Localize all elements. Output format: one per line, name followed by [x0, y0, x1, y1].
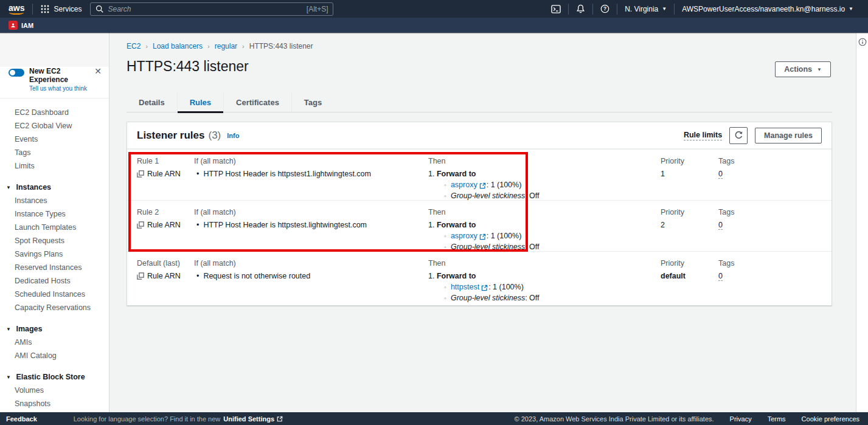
global-search[interactable]: [Alt+S] — [90, 2, 333, 16]
tell-us-link[interactable]: Tell us what you think — [29, 85, 92, 92]
column-priority: Priority — [661, 259, 718, 268]
sidebar-item-limits[interactable]: Limits — [0, 159, 109, 173]
tab-rules[interactable]: Rules — [178, 92, 224, 112]
help-icon: ? — [600, 4, 609, 13]
actions-button[interactable]: Actions ▼ — [775, 61, 831, 77]
sidebar-section-instances[interactable]: ▼ Instances — [0, 181, 109, 194]
search-input[interactable] — [108, 5, 302, 13]
copy-rule-arn[interactable]: Rule ARN — [137, 170, 194, 178]
close-icon[interactable]: ✕ — [92, 67, 104, 75]
sidebar-item-reserved-instances[interactable]: Reserved Instances — [0, 261, 109, 274]
rule-name: Rule 1 — [137, 157, 194, 165]
rule-tags-count[interactable]: 0 — [718, 170, 723, 179]
services-label: Services — [54, 5, 82, 13]
sidebar-item-tags[interactable]: Tags — [0, 146, 109, 159]
privacy-link[interactable]: Privacy — [730, 415, 752, 423]
iam-label: IAM — [21, 22, 33, 29]
target-group-line: ◦ asproxy : 1 (100%) — [444, 232, 661, 240]
sidebar-item-spot-requests[interactable]: Spot Requests — [0, 234, 109, 247]
cookie-preferences-link[interactable]: Cookie preferences — [802, 415, 859, 423]
target-group-link[interactable]: asproxy — [451, 181, 477, 189]
rule-limits-link[interactable]: Rule limits — [684, 131, 722, 140]
tab-details[interactable]: Details — [127, 92, 178, 112]
copy-icon — [137, 221, 144, 229]
breadcrumb-load-balancers[interactable]: Load balancers — [153, 42, 203, 50]
column-if: If (all match) — [194, 208, 428, 216]
feedback-link[interactable]: Feedback — [6, 415, 37, 423]
breadcrumb: EC2 › Load balancers › regular › HTTPS:4… — [127, 42, 313, 50]
sidebar-item-ami-catalog[interactable]: AMI Catalog — [0, 349, 109, 362]
sidebar-item-dedicated-hosts[interactable]: Dedicated Hosts — [0, 274, 109, 288]
account-menu[interactable]: AWSPowerUserAccess/navaneeth.kn@harness.… — [675, 5, 861, 13]
sidebar-item-launch-templates[interactable]: Launch Templates — [0, 221, 109, 234]
manage-rules-button[interactable]: Manage rules — [755, 128, 822, 143]
stickiness-line: ◦Group-level stickiness: Off — [444, 294, 661, 302]
services-menu[interactable]: Services — [41, 5, 82, 13]
main-content: EC2 › Load balancers › regular › HTTPS:4… — [109, 33, 856, 412]
sidebar-item-instances[interactable]: Instances — [0, 194, 109, 207]
breadcrumb-separator: › — [242, 43, 245, 50]
help-panel-strip — [856, 33, 868, 412]
caret-down-icon: ▼ — [6, 375, 11, 380]
rule-condition: •HTTP Host Header is httpstest1.lightwin… — [194, 170, 428, 178]
column-if: If (all match) — [194, 157, 428, 165]
new-ec2-experience: New EC2 Experience Tell us what you thin… — [0, 67, 109, 98]
panel-count: (3) — [209, 130, 221, 142]
copy-rule-arn[interactable]: Rule ARN — [137, 221, 194, 229]
sidebar-item-capacity-reservations[interactable]: Capacity Reservations — [0, 301, 109, 314]
column-tags: Tags — [718, 208, 832, 216]
sidebar-top-spacer — [0, 33, 109, 67]
sidebar-item-events[interactable]: Events — [0, 133, 109, 146]
bell-icon — [576, 4, 585, 13]
external-link-icon — [277, 416, 283, 422]
rule-row-default: Default (last) Rule ARN If (all match) •… — [127, 251, 832, 302]
new-experience-toggle[interactable] — [9, 69, 24, 77]
unified-settings-link[interactable]: Unified Settings — [223, 415, 283, 423]
sidebar-item-ec2-dashboard[interactable]: EC2 Dashboard — [0, 106, 109, 119]
rule-action: 1. Forward to — [428, 170, 661, 178]
tab-bar: Details Rules Certificates Tags — [127, 92, 832, 112]
tab-certificates[interactable]: Certificates — [224, 92, 292, 112]
favorite-iam[interactable]: IAM — [9, 21, 33, 30]
breadcrumb-separator: › — [207, 43, 210, 50]
favorites-bar: IAM — [0, 18, 868, 33]
sidebar-item-volumes[interactable]: Volumes — [0, 384, 109, 397]
breadcrumb-regular[interactable]: regular — [215, 42, 237, 50]
tab-tags[interactable]: Tags — [292, 92, 334, 112]
copy-rule-arn[interactable]: Rule ARN — [137, 272, 194, 280]
sidebar-item-scheduled-instances[interactable]: Scheduled Instances — [0, 288, 109, 301]
sidebar-section-ebs[interactable]: ▼ Elastic Block Store — [0, 370, 109, 384]
help-button[interactable]: ? — [593, 4, 617, 13]
refresh-button[interactable] — [729, 127, 748, 144]
notifications-button[interactable] — [569, 4, 592, 13]
breadcrumb-current: HTTPS:443 listener — [249, 42, 313, 50]
target-group-line: ◦ asproxy : 1 (100%) — [444, 181, 661, 189]
aws-logo[interactable]: aws — [9, 3, 24, 15]
column-tags: Tags — [718, 157, 832, 165]
column-then: Then — [428, 157, 661, 165]
target-group-link[interactable]: httpstest — [451, 283, 479, 291]
rule-tags-count[interactable]: 0 — [718, 272, 723, 281]
cloudshell-button[interactable] — [544, 5, 568, 13]
info-link[interactable]: Info — [227, 132, 239, 139]
external-link-icon — [479, 182, 486, 189]
breadcrumb-ec2[interactable]: EC2 — [127, 42, 141, 50]
divider — [32, 4, 33, 15]
column-priority: Priority — [661, 157, 718, 165]
sidebar-section-images[interactable]: ▼ Images — [0, 322, 109, 336]
footer: Feedback Looking for language selection?… — [0, 412, 868, 425]
rule-tags-count[interactable]: 0 — [718, 221, 723, 230]
sidebar-item-savings-plans[interactable]: Savings Plans — [0, 247, 109, 261]
terms-link[interactable]: Terms — [768, 415, 786, 423]
new-experience-title: New EC2 Experience — [29, 67, 92, 84]
target-group-link[interactable]: asproxy — [451, 232, 477, 240]
sidebar-item-ec2-global-view[interactable]: EC2 Global View — [0, 119, 109, 133]
search-icon — [95, 5, 103, 13]
info-icon[interactable] — [858, 38, 867, 46]
stickiness-line: ◦Group-level stickiness: Off — [444, 192, 661, 200]
sidebar-item-amis[interactable]: AMIs — [0, 336, 109, 349]
svg-text:?: ? — [603, 5, 606, 12]
sidebar-item-instance-types[interactable]: Instance Types — [0, 207, 109, 221]
sidebar-item-snapshots[interactable]: Snapshots — [0, 397, 109, 410]
region-selector[interactable]: N. Virginia ▼ — [617, 5, 674, 13]
